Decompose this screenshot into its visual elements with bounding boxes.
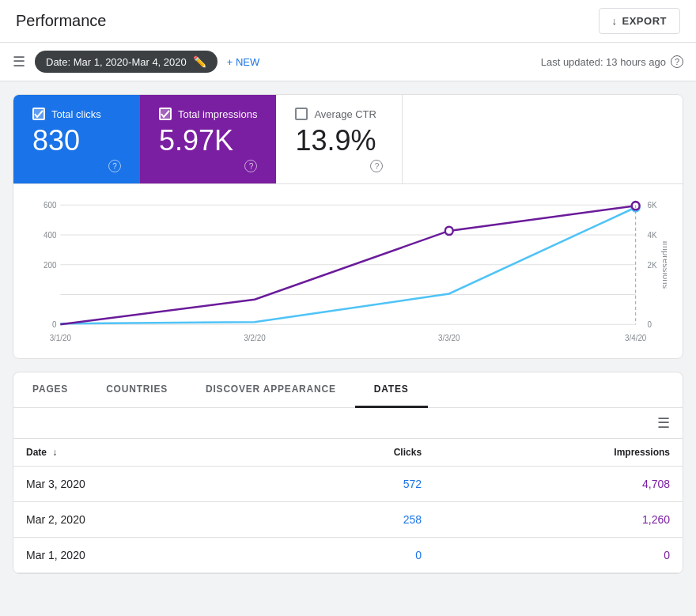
edit-icon: ✏️ [193, 55, 206, 68]
download-icon: ↓ [612, 15, 618, 27]
svg-text:3/4/20: 3/4/20 [625, 334, 647, 342]
table-toolbar: ☰ [13, 408, 683, 439]
last-updated-help-icon[interactable]: ? [671, 55, 683, 68]
svg-text:Impressions: Impressions [661, 241, 667, 289]
date-range-chip[interactable]: Date: Mar 1, 2020-Mar 4, 2020 ✏️ [35, 51, 218, 73]
cell-date: Mar 3, 2020 [13, 467, 271, 502]
svg-text:600: 600 [44, 201, 57, 210]
last-updated-label: Last updated: 13 hours ago ? [541, 55, 683, 68]
cell-impressions: 1,260 [434, 502, 683, 538]
col-header-impressions: Impressions [434, 439, 683, 467]
svg-text:6K: 6K [647, 201, 656, 210]
svg-point-20 [445, 227, 453, 235]
data-table: Date ↓ Clicks Impressions Mar 3, 2020572… [13, 439, 683, 573]
cell-impressions: 0 [434, 538, 683, 573]
tab-countries[interactable]: COUNTRIES [87, 372, 187, 408]
table-card: PAGES COUNTRIES DISCOVER APPEARANCE DATE… [13, 372, 683, 574]
total-clicks-checkbox[interactable] [32, 108, 45, 120]
table-header-row: Date ↓ Clicks Impressions [13, 439, 683, 467]
sort-icon: ↓ [52, 447, 57, 458]
table-row: Mar 1, 202000 [13, 538, 683, 573]
svg-text:2K: 2K [647, 261, 656, 270]
total-impressions-checkbox[interactable] [159, 108, 172, 120]
total-impressions-label: Total impressions [178, 108, 257, 120]
cell-date: Mar 2, 2020 [13, 502, 271, 538]
new-filter-button[interactable]: + NEW [227, 56, 260, 68]
cell-clicks: 572 [271, 467, 434, 502]
average-ctr-tile[interactable]: Average CTR 13.9% ? [276, 95, 403, 183]
chart-card: Total clicks 830 ? Total impressions 5.9… [13, 94, 683, 359]
total-impressions-help[interactable]: ? [244, 160, 257, 172]
svg-text:3/1/20: 3/1/20 [50, 334, 72, 342]
average-ctr-help[interactable]: ? [370, 160, 383, 172]
total-clicks-label: Total clicks [51, 108, 101, 120]
chart-svg: 600 400 200 0 Clicks 6K 4K 2K 0 Impressi… [29, 197, 667, 350]
total-clicks-help[interactable]: ? [108, 160, 121, 172]
cell-clicks: 0 [271, 538, 434, 573]
top-bar: Performance ↓ EXPORT [0, 0, 696, 43]
export-button[interactable]: ↓ EXPORT [599, 8, 680, 34]
filter-rows-icon[interactable]: ☰ [657, 414, 670, 432]
average-ctr-checkbox[interactable] [295, 108, 308, 120]
table-row: Mar 2, 20202581,260 [13, 502, 683, 538]
svg-text:200: 200 [44, 261, 57, 270]
main-content: Total clicks 830 ? Total impressions 5.9… [0, 81, 696, 587]
svg-text:0: 0 [647, 320, 652, 329]
col-header-clicks: Clicks [271, 439, 434, 467]
svg-text:3/3/20: 3/3/20 [438, 334, 460, 342]
average-ctr-label: Average CTR [314, 108, 376, 120]
table-row: Mar 3, 20205724,708 [13, 467, 683, 502]
cell-impressions: 4,708 [434, 467, 683, 502]
total-clicks-tile[interactable]: Total clicks 830 ? [13, 95, 140, 183]
empty-metric-tile [403, 95, 683, 183]
col-header-date[interactable]: Date ↓ [13, 439, 271, 467]
svg-text:3/2/20: 3/2/20 [244, 334, 266, 342]
chart-area: 600 400 200 0 Clicks 6K 4K 2K 0 Impressi… [13, 184, 683, 358]
average-ctr-value: 13.9% [295, 127, 383, 155]
cell-clicks: 258 [271, 502, 434, 538]
filter-bar: ☰ Date: Mar 1, 2020-Mar 4, 2020 ✏️ + NEW… [0, 43, 696, 81]
total-clicks-value: 830 [32, 127, 121, 155]
total-impressions-tile[interactable]: Total impressions 5.97K ? [140, 95, 276, 183]
tabs-row: PAGES COUNTRIES DISCOVER APPEARANCE DATE… [13, 372, 683, 408]
svg-text:0: 0 [52, 320, 57, 329]
tab-discover[interactable]: DISCOVER APPEARANCE [187, 372, 355, 408]
svg-text:400: 400 [44, 231, 57, 240]
total-impressions-value: 5.97K [159, 127, 257, 155]
tab-dates[interactable]: DATES [355, 372, 428, 408]
cell-date: Mar 1, 2020 [13, 538, 271, 573]
filter-icon[interactable]: ☰ [13, 53, 25, 70]
metrics-row: Total clicks 830 ? Total impressions 5.9… [13, 95, 683, 184]
page-title: Performance [16, 12, 107, 30]
tab-pages[interactable]: PAGES [13, 372, 87, 408]
svg-text:4K: 4K [647, 231, 656, 240]
